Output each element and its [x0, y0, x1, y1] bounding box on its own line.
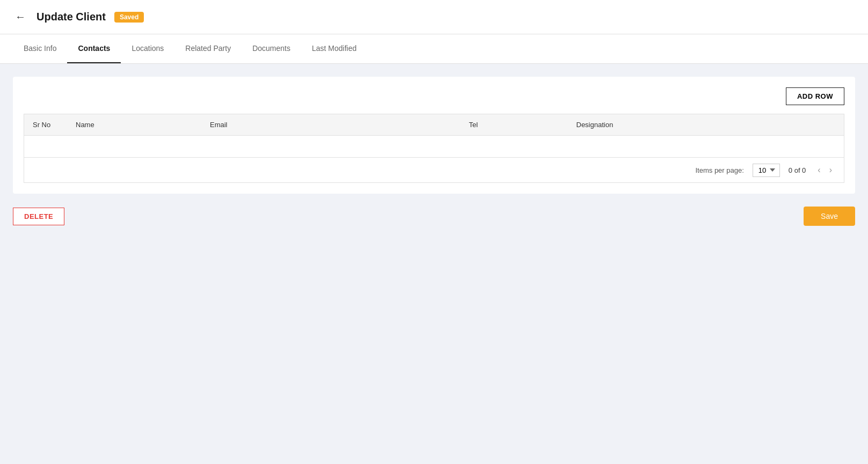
items-per-page-select[interactable]: 5 10 25 50 [753, 164, 780, 177]
header: ← Update Client Saved [0, 0, 868, 34]
table-body [24, 136, 844, 157]
contacts-table: Sr No Name Email Tel Designation Items p… [24, 114, 844, 183]
saved-badge: Saved [114, 12, 144, 23]
content-card: ADD ROW Sr No Name Email Tel Designation… [13, 77, 855, 194]
tabs-container: Basic Info Contacts Locations Related Pa… [0, 34, 868, 64]
items-per-page-label: Items per page: [695, 166, 743, 174]
main-content: ADD ROW Sr No Name Email Tel Designation… [0, 64, 868, 239]
pagination-row: Items per page: 5 10 25 50 0 of 0 ‹ › [24, 157, 844, 182]
col-sr-no: Sr No [33, 121, 76, 129]
tab-documents[interactable]: Documents [242, 34, 301, 63]
col-name: Name [76, 121, 210, 129]
back-button[interactable]: ← [13, 9, 28, 25]
back-icon: ← [15, 11, 26, 23]
col-email: Email [210, 121, 469, 129]
add-row-button[interactable]: ADD ROW [786, 87, 844, 105]
tab-last-modified[interactable]: Last Modified [301, 34, 367, 63]
footer-actions: DELETE Save [13, 207, 855, 226]
col-designation: Designation [577, 121, 836, 129]
pagination-next-button[interactable]: › [826, 163, 835, 177]
col-tel: Tel [469, 121, 577, 129]
delete-button[interactable]: DELETE [13, 208, 64, 225]
page-title: Update Client [37, 11, 106, 23]
pagination-prev-button[interactable]: ‹ [814, 163, 823, 177]
tab-basic-info[interactable]: Basic Info [13, 34, 67, 63]
tab-contacts[interactable]: Contacts [67, 34, 121, 63]
pagination-nav: ‹ › [814, 163, 835, 177]
add-row-container: ADD ROW [24, 87, 844, 105]
tab-locations[interactable]: Locations [121, 34, 174, 63]
save-button[interactable]: Save [804, 207, 855, 226]
table-header: Sr No Name Email Tel Designation [24, 114, 844, 136]
tab-related-party[interactable]: Related Party [174, 34, 242, 63]
pagination-count: 0 of 0 [789, 166, 806, 174]
